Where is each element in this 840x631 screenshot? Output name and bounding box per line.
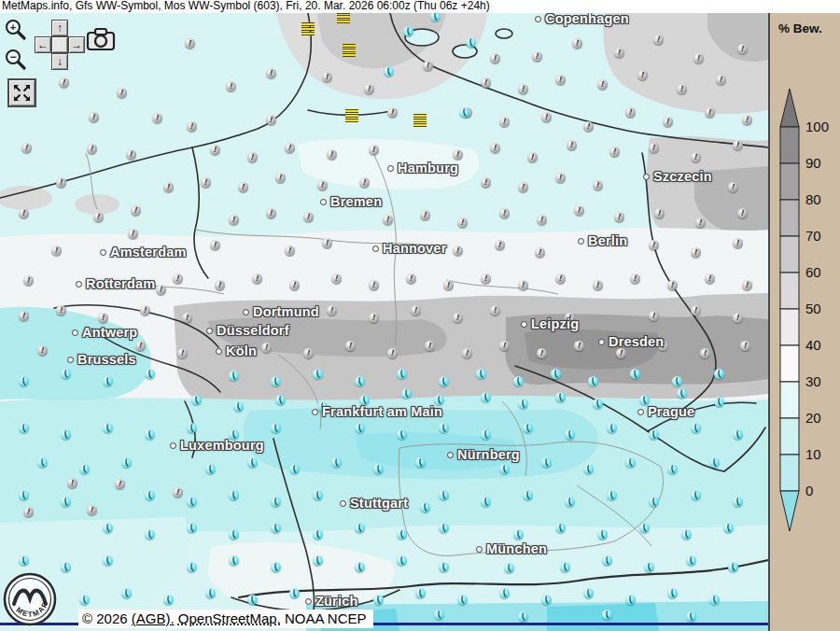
fullscreen-button[interactable] xyxy=(7,78,36,107)
pan-down-button[interactable]: ↓ xyxy=(51,53,68,70)
cloud-cover-legend: % Bew. 1009080706050403020100 xyxy=(768,13,840,631)
legend-tick: 60 xyxy=(805,264,821,280)
svg-text:−: − xyxy=(9,50,16,63)
zoom-in-button[interactable]: + xyxy=(4,18,28,42)
legend-tick: 10 xyxy=(805,446,821,462)
pan-right-button[interactable]: → xyxy=(68,36,85,53)
snapshot-button[interactable] xyxy=(86,27,116,51)
metmaps-logo-icon: METMAPS xyxy=(1,570,59,628)
title-bar: MetMaps.info, Gfs WW-Symbol, Mos WW-Symb… xyxy=(0,0,840,13)
legend-color-bar: 1009080706050403020100 xyxy=(770,13,840,631)
agb-link[interactable]: (AGB). xyxy=(132,610,175,626)
legend-tick: 50 xyxy=(805,301,821,316)
pan-left-button[interactable]: ← xyxy=(35,36,51,53)
camera-icon xyxy=(86,27,116,51)
openstreetmap-link[interactable]: OpenStreetMap. xyxy=(178,610,281,626)
expand-arrows-icon xyxy=(13,84,31,102)
magnifier-plus-icon: + xyxy=(4,18,28,42)
metmaps-logo: METMAPS xyxy=(1,570,59,631)
pan-center xyxy=(51,36,68,53)
copyright-text: © 2026 xyxy=(82,610,128,626)
copyright-bar: © 2026 (AGB). OpenStreetMap. NOAA NCEP xyxy=(78,610,373,628)
legend-tick: 30 xyxy=(805,373,821,389)
legend-tick: 20 xyxy=(805,410,821,426)
magnifier-minus-icon: − xyxy=(4,48,28,72)
legend-tick: 90 xyxy=(805,155,821,171)
legend-tick: 80 xyxy=(805,191,821,207)
svg-text:+: + xyxy=(10,21,16,33)
data-source-text: NOAA NCEP xyxy=(285,610,367,626)
weather-map-canvas[interactable] xyxy=(0,13,768,631)
map-shading-svg xyxy=(0,13,768,631)
pan-pad: ↑ ← → ↓ xyxy=(35,20,85,70)
legend-tick: 40 xyxy=(805,337,821,353)
legend-tick: 100 xyxy=(805,119,829,134)
pan-up-button[interactable]: ↑ xyxy=(51,20,68,36)
zoom-out-button[interactable]: − xyxy=(4,48,28,72)
legend-tick: 0 xyxy=(805,483,813,498)
legend-tick: 70 xyxy=(805,228,821,244)
